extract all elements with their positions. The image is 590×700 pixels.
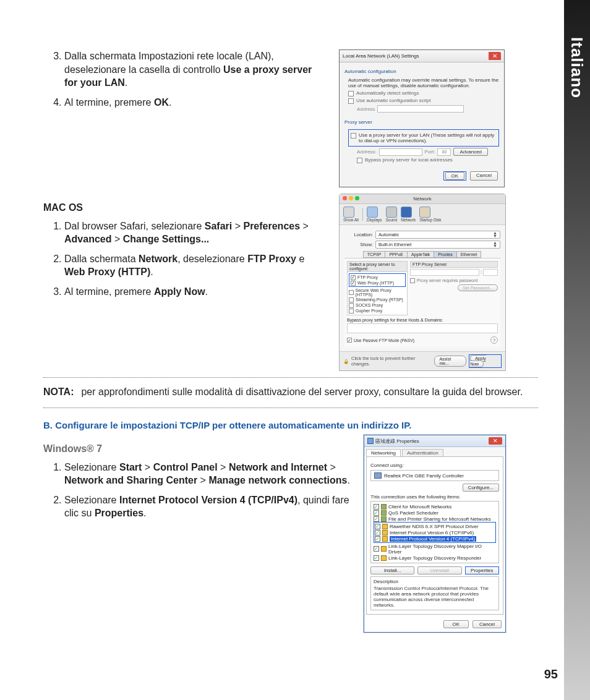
row-lan: Dalla schermata Impostazioni rete locale… xyxy=(43,49,538,187)
checkbox-icon[interactable] xyxy=(375,524,380,529)
pasv-checkbox[interactable]: Use Passive FTP Mode (PASV) xyxy=(347,338,414,343)
item-rawether[interactable]: Rawether NDIS 6.X SPR Protocol Driver xyxy=(375,523,495,529)
cancel-button[interactable]: Cancel xyxy=(470,171,498,181)
lan-body: Automatic configuration Automatic config… xyxy=(340,62,504,187)
showall-button[interactable]: Show All xyxy=(343,207,359,222)
checkbox-icon[interactable] xyxy=(351,275,356,280)
item-ipv6[interactable]: Internet Protocol Version 6 (TCP/IPv6) xyxy=(375,529,495,536)
proxy-address-input[interactable] xyxy=(379,148,422,156)
item-lltd-mapper[interactable]: Link-Layer Topology Discovery Mapper I/O… xyxy=(374,543,496,555)
item-ipv4[interactable]: Internet Protocol Version 4 (TCP/IPv4) xyxy=(375,536,495,542)
val: Built-in Ethernet xyxy=(378,242,411,247)
checkbox-icon[interactable] xyxy=(348,98,354,104)
bypass-hosts-input[interactable] xyxy=(347,323,498,333)
install-button[interactable]: Install... xyxy=(370,566,414,574)
checkbox-icon[interactable] xyxy=(374,546,379,552)
win7-text-col: Windows® 7 Selezionare Start > Control P… xyxy=(43,435,353,633)
tab-proxies[interactable]: Proxies xyxy=(434,251,456,258)
protocol-icon xyxy=(382,536,388,542)
checkbox-icon[interactable] xyxy=(349,309,354,314)
proxy-rtsp[interactable]: Streaming Proxy (RTSP) xyxy=(349,297,406,302)
script-address-field: Address xyxy=(357,105,499,113)
checkbox-icon[interactable] xyxy=(347,338,352,343)
item-lltd-responder[interactable]: Link-Layer Topology Discovery Responder xyxy=(374,555,496,561)
displays-pref[interactable]: Displays xyxy=(367,207,382,222)
checkbox-icon[interactable] xyxy=(351,133,356,139)
checkbox-icon[interactable] xyxy=(410,278,415,283)
checkbox-icon[interactable] xyxy=(349,303,354,308)
auto-box: Automatic configuration may override man… xyxy=(344,75,499,117)
checkbox-icon[interactable] xyxy=(375,530,380,536)
configure-button[interactable]: Configure... xyxy=(463,484,499,492)
checkbox-icon[interactable] xyxy=(351,281,356,286)
item-qos[interactable]: QoS Packet Scheduler xyxy=(374,510,496,516)
chk-auto-script[interactable]: Use automatic configuration script xyxy=(348,98,499,104)
ok-button[interactable]: OK xyxy=(443,620,469,628)
properties-button[interactable]: Properties xyxy=(466,567,498,574)
checkbox-icon[interactable] xyxy=(349,290,354,295)
apply-now-button[interactable]: Apply Now xyxy=(470,355,486,367)
lbl: FTP Proxy xyxy=(357,275,378,280)
proxy-port-input[interactable]: 80 xyxy=(437,148,451,156)
tab-networking[interactable]: Networking xyxy=(366,449,401,456)
ok-highlight: OK xyxy=(443,171,467,181)
traffic-light-icons[interactable] xyxy=(343,196,361,202)
chk-bypass-local[interactable]: Bypass proxy server for local addresses xyxy=(357,157,499,163)
help-icon[interactable]: ? xyxy=(490,336,498,344)
checkbox-icon[interactable] xyxy=(374,555,379,561)
proxy-highlight: Use a proxy server for your LAN (These s… xyxy=(348,129,499,147)
tab-pppoe[interactable]: PPPoE xyxy=(385,251,408,258)
close-icon[interactable]: ✕ xyxy=(489,437,502,445)
checkbox-icon[interactable] xyxy=(375,536,380,542)
proxy-host-input[interactable] xyxy=(410,269,479,276)
item-fileshare[interactable]: File and Printer Sharing for Microsoft N… xyxy=(374,516,496,522)
req-password[interactable]: Proxy server requires password xyxy=(410,278,498,283)
t: Dalla schermata xyxy=(64,254,139,264)
proxy-port-input[interactable] xyxy=(483,269,498,276)
sound-pref[interactable]: Sound xyxy=(386,207,398,222)
proxy-http[interactable]: Web Proxy (HTTP) xyxy=(351,280,404,286)
checkbox-icon[interactable] xyxy=(374,516,379,522)
proxy-box: Use a proxy server for your LAN (These s… xyxy=(344,126,499,168)
chk-use-proxy[interactable]: Use a proxy server for your LAN (These s… xyxy=(351,132,497,143)
proxy-https[interactable]: Secure Web Proxy (HTTPS) xyxy=(349,288,406,297)
proxy-gopher[interactable]: Gopher Proxy xyxy=(349,308,406,314)
lbl: Automatically detect settings xyxy=(356,90,419,96)
tab-appletalk[interactable]: AppleTalk xyxy=(407,251,434,258)
tab-authentication[interactable]: Authentication xyxy=(402,449,443,456)
lbl-selected: Internet Protocol Version 4 (TCP/IPv4) xyxy=(390,536,476,542)
proxy-socks[interactable]: SOCKS Proxy xyxy=(349,302,406,308)
checkbox-icon[interactable] xyxy=(357,158,362,163)
uninstall-button[interactable]: Uninstall xyxy=(417,566,461,574)
assist-button[interactable]: Assist me... xyxy=(434,356,466,367)
tab-ethernet[interactable]: Ethernet xyxy=(456,251,481,258)
protocol-icon xyxy=(381,555,387,561)
lock-row[interactable]: 🔒 Click the lock to prevent further chan… xyxy=(343,356,434,367)
checkbox-icon[interactable] xyxy=(349,297,354,302)
show-select[interactable]: Built-in Ethernet▲▼ xyxy=(375,241,500,249)
lbl: Client for Microsoft Networks xyxy=(388,504,451,510)
auto-desc: Automatic configuration may override man… xyxy=(348,77,499,88)
address-input[interactable] xyxy=(377,105,464,113)
startup-pref[interactable]: Startup Disk xyxy=(419,207,441,222)
w7-body: Connect using: Realtek PCIe GBE Family C… xyxy=(366,456,503,615)
item-client[interactable]: Client for Microsoft Networks xyxy=(374,503,496,510)
checkbox-icon[interactable] xyxy=(374,510,379,516)
network-pref[interactable]: Network xyxy=(401,207,416,222)
cancel-button[interactable]: Cancel xyxy=(472,620,502,628)
page-number: 95 xyxy=(544,667,558,681)
b: Manage network connections xyxy=(208,475,347,485)
location-select[interactable]: Automatic▲▼ xyxy=(375,231,500,239)
proxy-highlight: FTP Proxy Web Proxy (HTTP) xyxy=(349,273,406,287)
close-icon[interactable]: ✕ xyxy=(489,52,501,60)
proxy-ftp[interactable]: FTP Proxy xyxy=(351,275,404,280)
checkbox-icon[interactable] xyxy=(348,91,354,96)
tab-tcpip[interactable]: TCP/IP xyxy=(363,251,386,258)
checkbox-icon[interactable] xyxy=(374,504,379,510)
language-side-tab: Italiano xyxy=(564,0,590,700)
advanced-button[interactable]: Advanced xyxy=(453,148,488,156)
chk-auto-detect[interactable]: Automatically detect settings xyxy=(348,90,499,96)
t: , deselezionare xyxy=(177,254,247,264)
set-password-button[interactable]: Set Password... xyxy=(458,284,498,291)
ok-button[interactable]: OK xyxy=(445,172,465,180)
